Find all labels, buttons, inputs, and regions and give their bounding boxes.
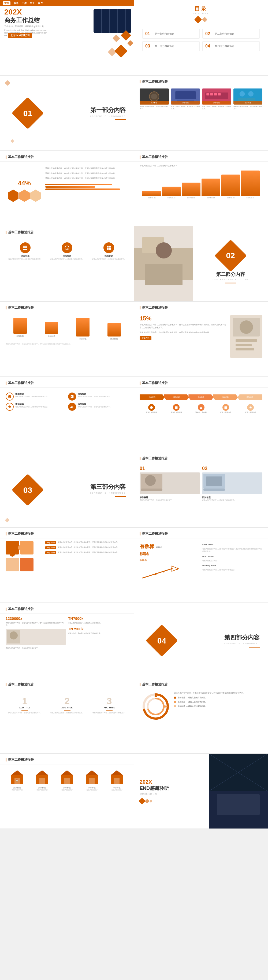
typo-right: Font Name 请输入您的文字内容，点击此处可以修改文字，也可以直接复制您准… [202, 543, 262, 582]
svg-marker-72 [36, 770, 48, 775]
block-3: 添加标题 [68, 318, 97, 340]
grid-desc-1: 请输入您的文字内容，点击此处可以修改文字。 [15, 396, 49, 398]
icon-label-3: 添加标题 [89, 255, 128, 258]
svg-rect-71 [40, 778, 45, 784]
icon-col-2-text: 请输入文字内容 [164, 412, 188, 414]
svg-marker-23 [8, 189, 19, 202]
laptop-text: 请输入您的文字内容，点击此处可以修改文字。 [171, 105, 200, 110]
section-2-layout: 02 第二部分内容 CONTENT IS INTRODUCED [134, 226, 268, 301]
nav-services[interactable]: 服务 [14, 2, 19, 5]
nav-about[interactable]: 关于 [30, 2, 35, 5]
slide-17-header: 基本工作概述报告 [0, 603, 134, 614]
cover-deco [75, 6, 134, 60]
grid-desc-4: 请输入您的文字内容，点击此处可以修改文字。 [78, 406, 111, 408]
small-icon-5 [247, 404, 254, 411]
section-1-deco-1 [5, 80, 10, 86]
toc-subtitle: CONTENT [134, 12, 268, 15]
slide-6-title: 基本工作概述报告 [140, 155, 168, 159]
slide-21: 基本工作概述报告 🏠 添加标题 请输入文字内容 [0, 753, 134, 829]
slide-15-header: 基本工作概述报告 [0, 528, 134, 538]
nav-home[interactable]: 首页 [3, 2, 10, 5]
toc-item-1[interactable]: 01 第一部分内容简介 [142, 29, 200, 38]
slide-toc: 目录 CONTENT 01 第一部分内容简介 02 第二部分内容简介 03 第三… [134, 0, 268, 75]
stat-col-1: 1230000x 请输入您的文字内容，点击此处可以修改文字，也可以直接复制您准备… [6, 616, 66, 649]
puzzle-row-1 [6, 541, 43, 555]
grid-text-4: 添加标题 请输入您的文字内容，点击此处可以修改文字。 [78, 403, 111, 408]
icon-desc-2: 请输入您的文字内容，点击此处可以修改文字。 [48, 258, 87, 260]
svg-rect-0 [94, 9, 131, 33]
svg-point-38 [239, 320, 253, 334]
bar-chart [140, 169, 262, 196]
end-title: 202X END感谢聆听 北方XXX有限公司 [140, 779, 169, 803]
puzzle-area [6, 541, 43, 571]
svg-marker-24 [19, 189, 30, 202]
nav-work[interactable]: 工作 [22, 2, 27, 5]
toc-item-2[interactable]: 02 第二部分内容简介 [202, 29, 260, 38]
slide-6-desc: 请输入您的文字内容，点击此处可以修改文字 [140, 164, 262, 167]
dot-3 [174, 705, 176, 707]
circ-item-3-text: 添加标题 — 请输入您的文字内容。 [178, 705, 207, 708]
font-term-2: Bold Name [202, 555, 262, 558]
puzzle-1-tab [10, 554, 15, 557]
section-1-cn: 第一部分内容 [90, 106, 126, 114]
nav-bar: 首页 服务 工作 关于 客户 [0, 0, 134, 6]
svg-marker-25 [30, 189, 41, 202]
circ-item-2: 添加标题 — 请输入您的文字内容。 [174, 701, 262, 703]
svg-point-56 [171, 568, 173, 570]
stat-2-desc: 请输入您的文字内容，点击此处可以修改文字。 [68, 622, 128, 624]
bar-block-1-label: 添加标题 [6, 335, 34, 337]
arrow-1: 添加标题 [140, 395, 165, 400]
arrow-5: 添加标题 [238, 395, 262, 400]
stat-1-detail: 请输入您的文字内容，点击此处可以修改文字。 [6, 647, 66, 649]
icon-col-5-text: 请输入文字内容 [239, 412, 262, 414]
section-3-line [115, 496, 126, 497]
toc-text-1: 第一部分内容简介 [155, 32, 174, 36]
svg-rect-39 [236, 339, 257, 342]
slide-10: 基本工作概述报告 15% 请输入您的文字内容，点击此处可以修改文字，也可以直接复… [134, 301, 268, 377]
slide-19-content: 1 ADD TITLE 请输入您的文字内容，点击此处可以修改文字。 2 ADD … [0, 689, 134, 716]
svg-rect-4 [114, 11, 126, 21]
icon-circle-2 [62, 242, 72, 253]
label-02: 02 [202, 466, 262, 471]
slide-15-content: Key point 请输入您的文字内容，点击此处可以修改文字，也可以直接复制您准… [0, 538, 134, 574]
section-2-num: 02 [226, 251, 235, 260]
grid-icon-2 [68, 393, 76, 401]
grid-title-2: 添加标题 [78, 393, 111, 396]
svg-rect-35 [145, 264, 182, 285]
nav-clients[interactable]: 客户 [38, 2, 43, 5]
slide-11-header: 基本工作概述报告 [0, 377, 134, 388]
big-num-3: 3 [90, 696, 128, 706]
svg-rect-27 [107, 246, 109, 248]
grid-item-4: 添加标题 请输入您的文字内容，点击此处可以修改文字。 [68, 403, 128, 411]
house-4: 添加标题 请输入文字内容 [81, 770, 103, 791]
slide-4-content: 添加标题 请输入您的文字内容，点击此处可以修改文字。 添加标题 请输入您的文字内… [134, 86, 268, 113]
slide-14-content: 01 添加标题 请输入您的文字内容，点击此处可以修改文字。 02 [134, 463, 268, 504]
slide-5: 基本工作概述报告 44% [0, 151, 134, 226]
photo-col-2: 02 添加标题 请输入您的文字内容，点击此处可以修改文字。 [202, 466, 262, 501]
icon-col-5: 请输入文字内容 [239, 404, 262, 414]
slide-19-title: 基本工作概述报告 [6, 682, 34, 686]
toc-diamond-2 [202, 17, 208, 22]
house-4-desc: 请输入文字内容 [81, 789, 103, 791]
svg-point-46 [145, 475, 156, 486]
typo-big-3: 标题名 [140, 558, 147, 562]
slide-section-3: 03 第三部分内容 CONTENT IS INTRODUCED [0, 452, 134, 527]
typo-3: 标题名 [140, 558, 200, 562]
bar-labels: OCTNO.01 OCTNO.02 OCTNO.03 OCTNO.04 OCTN… [140, 197, 262, 199]
section-3-num: 03 [23, 485, 32, 495]
bar-col-2 [162, 187, 181, 196]
grid-item-1: 添加标题 请输入您的文字内容，点击此处可以修改文字。 [6, 393, 66, 401]
section-4-diamond: 04 [151, 629, 173, 652]
circ-diagram [140, 692, 172, 721]
circ-item-3: 添加标题 — 请输入您的文字内容。 [174, 705, 262, 708]
stat-1: 1230000x [6, 616, 66, 621]
slide-5-desc-1: 请输入您的文字内容，点击此处可以修改文字，也可以直接复制您准备好的文字内容。 [45, 167, 128, 170]
grid-text-3: 添加标题 请输入您的文字内容，点击此处可以修改文字。 [15, 403, 49, 408]
svg-point-53 [147, 576, 149, 577]
section-2-line [225, 283, 236, 283]
toc-item-3[interactable]: 03 第三部分内容简介 [142, 41, 200, 51]
slide-20: 基本工作概述报告 请输入您的文字内容，点击此处可以修改文字，也可以直接复制您准备… [134, 678, 268, 753]
toc-item-4[interactable]: 04 第四部分内容简介 [202, 41, 260, 51]
slide-4-header: 基本工作概述报告 [134, 76, 268, 86]
slide-14-header: 基本工作概述报告 [134, 452, 268, 463]
